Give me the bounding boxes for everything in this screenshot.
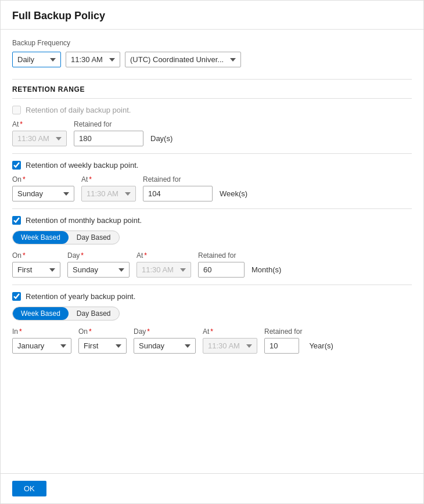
weekly-retained-label: Retained for (143, 175, 213, 183)
monthly-on-required: * (23, 251, 26, 260)
daily-checkbox-label: Retention of daily backup point. (26, 106, 131, 114)
weekly-on-group: On * Sunday Monday Tuesday Wednesday Thu… (12, 175, 74, 201)
frequency-row: Daily Weekly Monthly 11:30 AM 12:00 PM (… (12, 52, 412, 67)
monthly-checkbox[interactable] (12, 216, 21, 225)
yearly-at-required: * (210, 327, 213, 336)
page-container: Full Backup Policy Backup Frequency Dail… (0, 0, 424, 504)
yearly-retention-block: Retention of yearly backup point. Week B… (12, 285, 412, 361)
retention-range-header: RETENTION RANGE (12, 79, 412, 99)
monthly-checkbox-label: Retention of monthly backup point. (26, 216, 142, 225)
yearly-retained-input[interactable] (264, 338, 299, 354)
daily-unit: Day(s) (150, 134, 173, 146)
daily-retained-input[interactable] (74, 131, 143, 146)
main-content: Backup Frequency Daily Weekly Monthly 11… (1, 30, 423, 473)
yearly-day-select[interactable]: Sunday Monday Tuesday Wednesday Thursday… (134, 338, 196, 354)
weekly-retention-block: Retention of weekly backup point. On * S… (12, 154, 412, 209)
monthly-on-select[interactable]: First Second Third Fourth Last (12, 262, 60, 278)
daily-retained-label: Retained for (74, 120, 143, 128)
weekly-at-group: At * 11:30 AM (81, 175, 136, 201)
daily-checkbox[interactable] (12, 106, 21, 114)
daily-checkbox-row: Retention of daily backup point. (12, 106, 412, 114)
yearly-tab-group: Week Based Day Based (12, 307, 120, 321)
monthly-unit: Month(s) (251, 265, 281, 278)
yearly-in-select[interactable]: January February March April May June Ju… (12, 338, 71, 354)
yearly-fields-row: In * January February March April May Ju… (12, 327, 412, 354)
yearly-on-label: On * (78, 327, 127, 336)
daily-retention-block: Retention of daily backup point. At * 11… (12, 99, 412, 154)
ok-button[interactable]: OK (12, 481, 46, 496)
yearly-day-group: Day * Sunday Monday Tuesday Wednesday Th… (134, 327, 196, 354)
weekly-fields-row: On * Sunday Monday Tuesday Wednesday Thu… (12, 175, 412, 201)
yearly-day-label: Day * (134, 327, 196, 336)
daily-fields-row: At * 11:30 AM Retained for Day(s) (12, 120, 412, 146)
page-title: Full Backup Policy (1, 1, 423, 30)
daily-at-group: At * 11:30 AM (12, 120, 67, 146)
weekly-unit: Week(s) (220, 189, 247, 201)
monthly-tab-week-based[interactable]: Week Based (13, 231, 69, 244)
daily-retained-group: Retained for (74, 120, 143, 146)
weekly-on-required: * (23, 175, 26, 183)
yearly-on-select[interactable]: First Second Third Fourth Last (78, 338, 127, 354)
yearly-at-label: At * (203, 327, 257, 336)
monthly-retained-group: Retained for (198, 251, 245, 278)
weekly-at-select: 11:30 AM (81, 186, 136, 201)
monthly-retention-block: Retention of monthly backup point. Week … (12, 209, 412, 285)
daily-at-select: 11:30 AM (12, 131, 67, 146)
yearly-retained-label: Retained for (264, 327, 302, 336)
yearly-tab-day-based[interactable]: Day Based (69, 307, 119, 320)
weekly-retained-input[interactable] (143, 186, 213, 201)
monthly-tab-group: Week Based Day Based (12, 231, 120, 244)
yearly-retained-group: Retained for (264, 327, 302, 354)
weekly-checkbox-row: Retention of weekly backup point. (12, 161, 412, 170)
monthly-at-label: At * (136, 251, 191, 260)
weekly-checkbox[interactable] (12, 161, 21, 170)
monthly-retained-label: Retained for (198, 251, 245, 260)
daily-at-label: At * (12, 120, 67, 128)
yearly-in-group: In * January February March April May Ju… (12, 327, 71, 354)
yearly-in-label: In * (12, 327, 71, 336)
footer: OK (1, 473, 423, 503)
yearly-unit: Year(s) (309, 341, 333, 354)
yearly-on-group: On * First Second Third Fourth Last (78, 327, 127, 354)
monthly-checkbox-row: Retention of monthly backup point. (12, 216, 412, 225)
weekly-on-select[interactable]: Sunday Monday Tuesday Wednesday Thursday… (12, 186, 74, 201)
yearly-checkbox-label: Retention of yearly backup point. (26, 292, 135, 301)
monthly-fields-row: On * First Second Third Fourth Last Day … (12, 251, 412, 278)
daily-at-required: * (20, 120, 23, 128)
monthly-on-label: On * (12, 251, 60, 260)
time-select[interactable]: 11:30 AM 12:00 PM (66, 52, 120, 67)
monthly-day-group: Day * Sunday Monday Tuesday Wednesday Th… (67, 251, 130, 278)
yearly-at-group: At * 11:30 AM (203, 327, 257, 354)
monthly-day-label: Day * (67, 251, 130, 260)
yearly-checkbox-row: Retention of yearly backup point. (12, 292, 412, 301)
monthly-on-group: On * First Second Third Fourth Last (12, 251, 60, 278)
yearly-at-select: 11:30 AM (203, 338, 257, 354)
weekly-checkbox-label: Retention of weekly backup point. (26, 161, 138, 170)
monthly-at-group: At * 11:30 AM (136, 251, 191, 278)
timezone-select[interactable]: (UTC) Coordinated Univer... (125, 52, 241, 67)
monthly-retained-input[interactable] (198, 262, 245, 278)
frequency-select[interactable]: Daily Weekly Monthly (12, 52, 61, 67)
monthly-at-required: * (144, 251, 147, 260)
yearly-checkbox[interactable] (12, 292, 21, 301)
monthly-day-required: * (81, 251, 84, 260)
weekly-on-label: On * (12, 175, 74, 183)
weekly-at-required: * (89, 175, 92, 183)
yearly-in-required: * (19, 327, 22, 336)
weekly-retained-group: Retained for (143, 175, 213, 201)
yearly-tab-week-based[interactable]: Week Based (13, 307, 69, 320)
yearly-day-required: * (147, 327, 150, 336)
yearly-on-required: * (89, 327, 92, 336)
backup-frequency-label: Backup Frequency (12, 39, 412, 47)
monthly-at-select: 11:30 AM (136, 262, 191, 278)
monthly-day-select[interactable]: Sunday Monday Tuesday Wednesday Thursday… (67, 262, 130, 278)
monthly-tab-day-based[interactable]: Day Based (69, 231, 119, 244)
weekly-at-label: At * (81, 175, 136, 183)
